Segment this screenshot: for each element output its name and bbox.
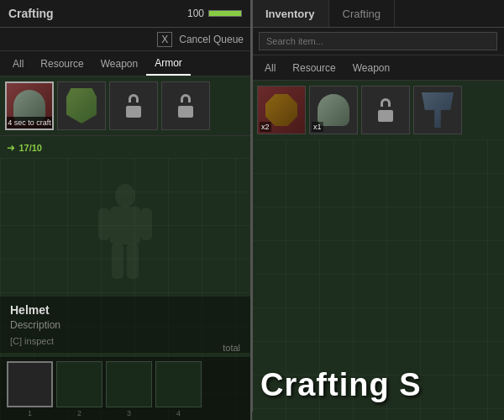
rtab-weapon[interactable]: Weapon: [344, 55, 398, 80]
inv-item-4[interactable]: [413, 86, 462, 134]
inventory-items-row: x2 x1: [252, 81, 504, 139]
tab-all-left[interactable]: All: [4, 51, 32, 76]
craft-timer: 4 sec to craft: [7, 117, 52, 129]
crafting-big-text: Crafting S: [260, 367, 422, 403]
search-bar: [252, 28, 504, 55]
slot-num-1: 1: [28, 409, 32, 417]
lock-icon-1: [124, 94, 143, 118]
craft-item-2[interactable]: [57, 81, 106, 130]
item-info-area: Helmet Description [C] inspect: [0, 297, 250, 353]
close-button[interactable]: X: [157, 32, 172, 47]
health-fill: [209, 11, 241, 16]
lock-icon-2: [176, 94, 195, 118]
slot-num-2: 2: [77, 409, 81, 417]
health-value: 100: [187, 8, 204, 19]
filter-tabs-right: All Resource Weapon: [252, 55, 504, 81]
item-count-badge-2: x1: [312, 122, 323, 132]
tab-inventory-right[interactable]: Inventory: [252, 0, 329, 27]
bottom-slot-3[interactable]: [106, 361, 152, 407]
bottom-slot-wrapper-1: 1: [7, 361, 53, 417]
crafting-items-row: 4 sec to craft: [0, 76, 250, 136]
inv-item-2[interactable]: x1: [309, 86, 358, 134]
bottom-slot-1[interactable]: [7, 361, 53, 407]
bottom-slot-wrapper-3: 3: [106, 361, 152, 417]
right-header: Inventory Crafting: [252, 0, 504, 28]
bottom-slots-row: 1 2 3 4: [0, 357, 250, 420]
item-count-row: ➜ 17/10: [0, 136, 250, 158]
pants-icon: [422, 92, 454, 128]
search-input[interactable]: [259, 32, 497, 50]
left-header: Crafting 100: [0, 0, 250, 28]
inspect-hint: [C] inspect: [10, 336, 240, 346]
left-panel-title: Crafting: [8, 7, 54, 20]
slot-num-4: 4: [176, 409, 181, 417]
slot-num-3: 3: [127, 409, 131, 417]
armor-green-icon: [66, 88, 97, 123]
tab-resource-left[interactable]: Resource: [32, 51, 92, 76]
rtab-all[interactable]: All: [256, 55, 284, 80]
cancel-queue-bar: X Cancel Queue: [0, 28, 250, 51]
total-label: total: [223, 343, 240, 353]
svg-point-0: [115, 184, 135, 207]
bottom-slots: 1 2 3 4: [0, 357, 250, 420]
item-description: Description: [10, 319, 240, 331]
craft-item-1[interactable]: 4 sec to craft: [5, 81, 54, 130]
bottom-slot-2[interactable]: [56, 361, 102, 407]
cancel-queue-button[interactable]: Cancel Queue: [179, 34, 244, 45]
right-main-area: Crafting S: [252, 139, 504, 420]
svg-rect-5: [127, 244, 139, 279]
inv-item-1[interactable]: x2: [257, 86, 306, 134]
svg-rect-4: [112, 244, 123, 279]
right-panel: Inventory Crafting All Resource Weapon x…: [252, 0, 504, 420]
item-name: Helmet: [10, 303, 240, 317]
svg-rect-3: [140, 208, 152, 240]
panel-divider: [251, 0, 253, 412]
svg-rect-2: [98, 208, 110, 240]
item-count: 17/10: [18, 143, 42, 153]
health-bar-container: 100: [187, 8, 242, 19]
inv-item-3[interactable]: [361, 86, 410, 134]
lock-icon-right: [376, 98, 395, 122]
rtab-resource[interactable]: Resource: [284, 55, 344, 80]
bottom-slot-wrapper-4: 4: [155, 361, 202, 417]
tab-crafting-right[interactable]: Crafting: [329, 0, 396, 27]
arrow-icon: ➜: [7, 142, 15, 154]
bottom-slot-wrapper-2: 2: [56, 361, 102, 417]
left-panel: Crafting 100 X Cancel Queue All Resource…: [0, 0, 252, 420]
bottom-slot-4[interactable]: [155, 361, 202, 407]
tab-armor-left[interactable]: Armor: [146, 51, 191, 76]
tab-weapon-left[interactable]: Weapon: [92, 51, 146, 76]
craft-item-3[interactable]: [109, 81, 158, 130]
filter-tabs-left: All Resource Weapon Armor: [0, 51, 250, 76]
craft-item-4[interactable]: [161, 81, 210, 130]
health-bar: [208, 10, 242, 17]
character-silhouette: [92, 183, 159, 284]
svg-rect-1: [110, 207, 140, 244]
item-count-badge-1: x2: [260, 122, 271, 132]
